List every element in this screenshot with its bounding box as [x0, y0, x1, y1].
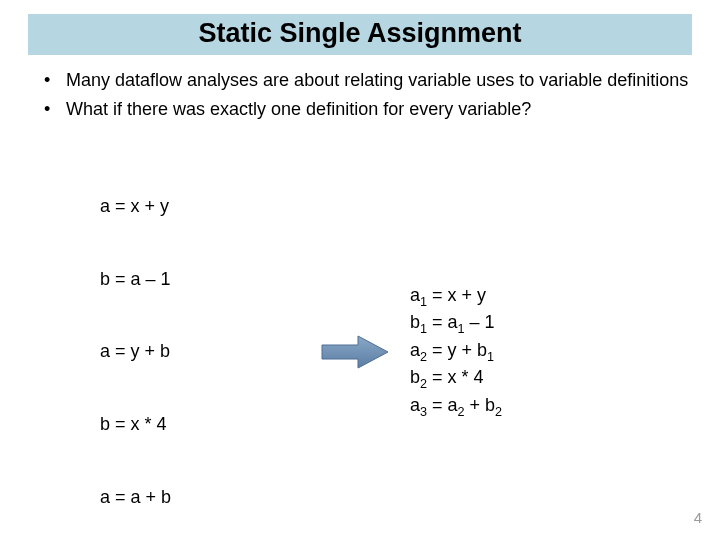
code-line: b1 = a1 – 1	[410, 310, 630, 338]
code-line: b = a – 1	[100, 267, 300, 291]
top-bullet-list: Many dataflow analyses are about relatin…	[28, 69, 692, 121]
code-line: a = x + y	[100, 194, 300, 218]
title-bar: Static Single Assignment	[28, 14, 692, 55]
code-line: a2 = y + b1	[410, 338, 630, 366]
bullet-item: What if there was exactly one definition…	[44, 98, 692, 121]
code-line: b2 = x * 4	[410, 365, 630, 393]
code-line: a = y + b	[100, 339, 300, 363]
slide-content: Many dataflow analyses are about relatin…	[0, 55, 720, 540]
code-line: a1 = x + y	[410, 283, 630, 311]
page-number: 4	[694, 509, 702, 526]
code-line: b = x * 4	[100, 412, 300, 436]
code-line: a3 = a2 + b2	[410, 393, 630, 421]
arrow-column	[300, 333, 410, 371]
svg-marker-0	[322, 336, 388, 368]
code-before: a = x + y b = a – 1 a = y + b b = x * 4 …	[100, 145, 300, 540]
code-example-row: a = x + y b = a – 1 a = y + b b = x * 4 …	[28, 127, 692, 540]
code-line: a = a + b	[100, 485, 300, 509]
transform-arrow-icon	[320, 333, 390, 371]
slide-title: Static Single Assignment	[28, 18, 692, 49]
code-after: a1 = x + yb1 = a1 – 1a2 = y + b1b2 = x *…	[410, 283, 630, 421]
bullet-item: Many dataflow analyses are about relatin…	[44, 69, 692, 92]
